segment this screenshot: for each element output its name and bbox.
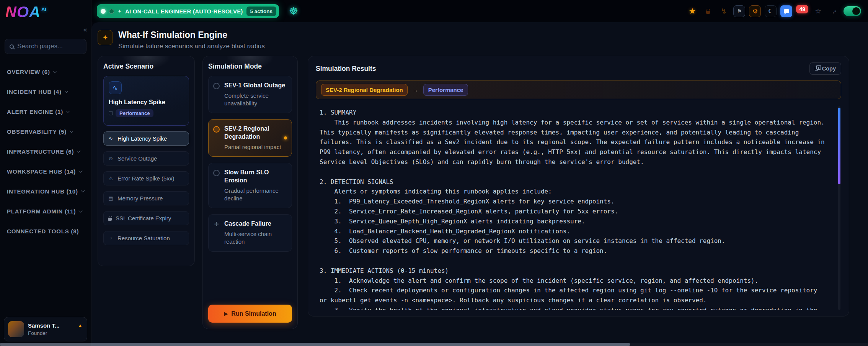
sidebar-item-incident-hub[interactable]: INCIDENT HUB (4) — [0, 82, 91, 102]
active-scenario-title: Active Scenario — [103, 62, 189, 71]
simulation-results-panel: Simulation Results Copy SEV-2 Regional D… — [308, 56, 849, 316]
page-subtitle: Simulate failure scenarios and analyze b… — [118, 43, 265, 50]
theme-toggle[interactable] — [844, 6, 861, 16]
simulation-results-title: Simulation Results — [316, 65, 376, 73]
performance-tag: Performance — [116, 109, 153, 117]
ai-oncall-label: AI ON-CALL ENGINEER (AUTO-RESOLVE) — [125, 8, 243, 15]
results-header: Simulation Results Copy — [316, 62, 841, 75]
topbar-left: ✦ AI ON-CALL ENGINEER (AUTO-RESOLVE) 5 a… — [97, 4, 298, 18]
user-menu-caret-icon[interactable]: ▲ — [78, 323, 82, 328]
mode-desc: Multi-service chain reaction — [224, 230, 287, 246]
mode-desc: Complete service unavailability — [224, 92, 287, 108]
nav-label: INTEGRATION HUB (10) — [7, 188, 78, 195]
topbar-right: ★ ↯ ⚑ ⚙ ☾ 49 ☆ ↔ — [686, 5, 861, 17]
app-logo[interactable]: NOA AI — [5, 3, 46, 21]
actions-count-chip[interactable]: 5 actions — [246, 7, 277, 16]
sidebar-item-overview[interactable]: OVERVIEW (6) — [0, 62, 91, 82]
current-scenario-name: High Latency Spike — [109, 99, 184, 106]
power-icon: ⊘ — [108, 156, 114, 161]
star-outline-button[interactable]: ☆ — [812, 5, 824, 17]
nav-label: OVERVIEW (6) — [7, 69, 50, 75]
scenario-item-resource-saturation[interactable]: ◔ Resource Saturation — [103, 231, 189, 245]
selected-dot-icon — [284, 136, 287, 139]
mode-name: Cascade Failure — [224, 220, 287, 228]
mode-option-slow-burn-slo-erosion[interactable]: Slow Burn SLO Erosion Gradual performanc… — [208, 163, 292, 208]
results-badge-bar: SEV-2 Regional Degradation → Performance — [316, 80, 841, 99]
user-name: Samson T... — [28, 322, 60, 329]
search-box[interactable] — [5, 39, 86, 54]
star-button[interactable]: ★ — [686, 5, 698, 17]
user-card[interactable]: Samson T... Founder ▲ — [4, 317, 87, 341]
flag-button[interactable]: ⚑ — [733, 5, 745, 17]
active-scenario-panel: Active Scenario ∿ High Latency Spike Per… — [98, 56, 195, 266]
results-scrollbar-thumb[interactable] — [838, 108, 840, 184]
chevron-down-icon — [64, 89, 68, 93]
status-dot-icon — [101, 9, 106, 14]
scenario-item-ssl-certificate-expiry[interactable]: SSL Certificate Expiry — [103, 211, 189, 225]
status-dot-dim-icon — [109, 9, 114, 14]
panels-row: Active Scenario ∿ High Latency Spike Per… — [91, 50, 868, 329]
search-icon — [10, 44, 14, 49]
memory-chip-icon: ▤ — [108, 195, 114, 201]
sidebar-item-platform-admin[interactable]: PLATFORM ADMIN (11) — [0, 201, 91, 221]
run-simulation-label: Run Simulation — [231, 310, 276, 317]
chat-icon — [784, 9, 789, 13]
sidebar-item-connected-tools[interactable]: CONNECTED TOOLS (8) — [0, 221, 91, 241]
copy-button[interactable]: Copy — [809, 62, 841, 75]
topbar: ✦ AI ON-CALL ENGINEER (AUTO-RESOLVE) 5 a… — [91, 0, 868, 22]
notification-badge[interactable]: 49 — [796, 5, 808, 13]
sidebar-item-workspace-hub[interactable]: WORKSPACE HUB (14) — [0, 161, 91, 181]
ai-oncall-status-pill[interactable]: ✦ AI ON-CALL ENGINEER (AUTO-RESOLVE) 5 a… — [97, 4, 279, 18]
horizontal-scrollbar-thumb[interactable] — [0, 343, 630, 346]
helm-icon[interactable]: ☸ — [289, 5, 298, 17]
mode-option-text: SEV-1 Global Outage Complete service una… — [224, 82, 287, 107]
chat-button[interactable] — [780, 5, 792, 17]
mode-desc: Gradual performance decline — [224, 187, 287, 203]
copy-label: Copy — [822, 66, 836, 72]
mode-option-sev1-global-outage[interactable]: SEV-1 Global Outage Complete service una… — [208, 76, 292, 113]
scenario-label: SSL Certificate Expiry — [116, 215, 171, 221]
cascade-icon: ✛ — [213, 221, 220, 246]
scenario-item-service-outage[interactable]: ⊘ Service Outage — [103, 151, 189, 166]
current-scenario-tags: Performance — [109, 109, 184, 117]
chevron-down-icon — [79, 169, 83, 172]
chevron-down-icon — [66, 109, 70, 113]
scenario-item-error-rate-spike[interactable]: ⚠ Error Rate Spike (5xx) — [103, 171, 189, 185]
zap-button[interactable]: ↯ — [718, 5, 729, 17]
sparkle-icon: ✦ — [117, 8, 122, 14]
scenario-item-memory-pressure[interactable]: ▤ Memory Pressure — [103, 191, 189, 205]
tag-box-icon — [109, 111, 113, 115]
sidebar-item-integration-hub[interactable]: INTEGRATION HUB (10) — [0, 181, 91, 201]
logo-row: NOA AI — [0, 0, 91, 24]
lock-button[interactable] — [702, 5, 714, 17]
horizontal-scrollbar[interactable] — [0, 343, 868, 346]
mode-name: Slow Burn SLO Erosion — [224, 169, 287, 185]
sidebar-item-observability[interactable]: OBSERVABILITY (5) — [0, 121, 91, 141]
scenario-label: Memory Pressure — [117, 195, 163, 202]
scenario-item-high-latency-spike[interactable]: ∿ High Latency Spike — [103, 131, 189, 146]
current-scenario-card[interactable]: ∿ High Latency Spike Performance — [103, 76, 189, 126]
run-simulation-button[interactable]: ▶ Run Simulation — [208, 305, 292, 323]
moon-button[interactable]: ☾ — [765, 5, 777, 17]
mode-name: SEV-1 Global Outage — [224, 82, 287, 90]
mode-option-sev2-regional-degradation[interactable]: SEV-2 Regional Degradation Partial regio… — [208, 119, 292, 157]
nav-label: OBSERVABILITY (5) — [7, 128, 67, 135]
expand-button[interactable]: ↔ — [826, 3, 842, 20]
sidebar-collapse-button[interactable]: « — [83, 25, 87, 34]
results-scrollbar[interactable] — [838, 106, 840, 310]
copy-icon — [815, 67, 819, 71]
warning-icon: ⚠ — [108, 175, 114, 181]
nav-label: ALERT ENGINE (1) — [7, 108, 63, 115]
chevron-down-icon — [81, 189, 85, 192]
runbook-text[interactable]: 1. SUMMARY This runbook addresses incide… — [316, 106, 841, 310]
arrow-right-icon: → — [413, 87, 418, 93]
gear-button[interactable]: ⚙ — [749, 5, 761, 17]
mode-option-cascade-failure[interactable]: ✛ Cascade Failure Multi-service chain re… — [208, 214, 292, 251]
sidebar-item-alert-engine[interactable]: ALERT ENGINE (1) — [0, 102, 91, 121]
user-info: Samson T... Founder — [28, 322, 60, 336]
results-body: 1. SUMMARY This runbook addresses incide… — [316, 106, 841, 310]
sidebar-item-infrastructure[interactable]: INFRASTRUCTURE (6) — [0, 141, 91, 161]
simulation-mode-title: Simulation Mode — [208, 62, 292, 71]
search-input[interactable] — [17, 43, 102, 50]
gauge-icon: ◔ — [108, 235, 114, 241]
